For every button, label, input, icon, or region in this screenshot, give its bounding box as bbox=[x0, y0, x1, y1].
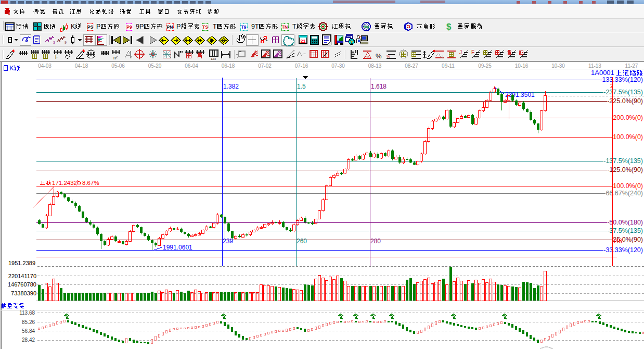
svg-text:260: 260 bbox=[297, 238, 307, 245]
svg-text:113.68: 113.68 bbox=[19, 310, 35, 316]
svg-text:-37.5%(135): -37.5%(135) bbox=[607, 227, 643, 234]
svg-text:$: $ bbox=[446, 22, 452, 32]
svg-text:2: 2 bbox=[610, 83, 613, 89]
svg-text:1A0001: 1A0001 bbox=[591, 69, 614, 77]
svg-text:-33.33%(120): -33.33%(120) bbox=[603, 246, 643, 254]
svg-text:Big: Big bbox=[364, 25, 369, 29]
svg-text:P9: P9 bbox=[126, 24, 132, 30]
svg-text:85.26: 85.26 bbox=[22, 319, 35, 325]
svg-text:07-16: 07-16 bbox=[295, 63, 308, 69]
svg-text:-200.0%(0): -200.0%(0) bbox=[611, 114, 643, 121]
svg-text:08-13: 08-13 bbox=[368, 63, 382, 69]
svg-text:%: % bbox=[376, 52, 382, 60]
svg-text:04-03: 04-03 bbox=[38, 63, 51, 69]
svg-text:J: J bbox=[459, 49, 462, 55]
svg-text:346: 346 bbox=[612, 238, 622, 245]
svg-text:-50.0%(180): -50.0%(180) bbox=[607, 219, 643, 226]
svg-text:10-30: 10-30 bbox=[551, 63, 565, 69]
svg-text:%: % bbox=[366, 55, 369, 59]
svg-text:K: K bbox=[9, 64, 14, 72]
svg-text:06-18: 06-18 bbox=[222, 63, 235, 69]
svg-text:56.84: 56.84 bbox=[22, 328, 35, 334]
svg-text:06-04: 06-04 bbox=[185, 63, 198, 69]
svg-text:73380390: 73380390 bbox=[11, 290, 36, 296]
svg-text:%: % bbox=[387, 54, 390, 59]
svg-text:-133.33%(120): -133.33%(120) bbox=[600, 76, 643, 83]
svg-text:239: 239 bbox=[223, 238, 233, 245]
svg-text:n²: n² bbox=[113, 55, 118, 60]
svg-text:1951.2389: 1951.2389 bbox=[8, 260, 35, 266]
svg-text:9: 9 bbox=[65, 41, 67, 44]
svg-text:-237.5%(135): -237.5%(135) bbox=[603, 89, 643, 96]
svg-text:T: T bbox=[213, 23, 217, 30]
svg-text:280: 280 bbox=[370, 238, 381, 245]
svg-text:1.618: 1.618 bbox=[371, 83, 387, 90]
svg-text:146760780: 146760780 bbox=[8, 281, 36, 288]
svg-text:07-30: 07-30 bbox=[331, 63, 345, 69]
svg-text:-100.0%(0): -100.0%(0) bbox=[611, 133, 643, 141]
svg-text:66.67%(240): 66.67%(240) bbox=[606, 190, 643, 197]
svg-text:F: F bbox=[471, 49, 474, 55]
svg-text:P: P bbox=[176, 23, 181, 30]
svg-text:1.5: 1.5 bbox=[297, 83, 306, 90]
svg-text:9T: 9T bbox=[251, 23, 259, 30]
svg-text:11-13: 11-13 bbox=[588, 63, 601, 69]
svg-text:11-27: 11-27 bbox=[625, 63, 638, 69]
svg-text:08-27: 08-27 bbox=[405, 63, 418, 69]
svg-text:10-16: 10-16 bbox=[515, 63, 529, 69]
svg-text:T9: T9 bbox=[241, 24, 247, 30]
svg-text:P: P bbox=[96, 23, 100, 30]
svg-text:PN: PN bbox=[167, 24, 173, 30]
svg-text:09-25: 09-25 bbox=[478, 63, 492, 69]
svg-text:3: 3 bbox=[53, 41, 55, 44]
svg-text:-100.0%(0): -100.0%(0) bbox=[611, 182, 643, 190]
svg-text:2391.3501: 2391.3501 bbox=[505, 91, 535, 98]
svg-text:1.382: 1.382 bbox=[223, 83, 239, 90]
svg-text:220141170: 220141170 bbox=[8, 273, 36, 279]
svg-text:-125.0%(90): -125.0%(90) bbox=[607, 166, 643, 173]
svg-text:28.42: 28.42 bbox=[22, 337, 35, 343]
svg-text:05-20: 05-20 bbox=[148, 63, 162, 69]
svg-text:05-06: 05-06 bbox=[111, 63, 125, 69]
svg-text:-137.5%(135): -137.5%(135) bbox=[603, 157, 643, 165]
svg-text:F: F bbox=[55, 54, 58, 60]
svg-text:-225.0%(90): -225.0%(90) bbox=[607, 97, 643, 105]
svg-text:8.67%: 8.67% bbox=[82, 180, 99, 186]
svg-text:T: T bbox=[292, 23, 297, 30]
svg-text:PS: PS bbox=[87, 24, 94, 30]
svg-text:K: K bbox=[71, 23, 75, 30]
svg-text:TN: TN bbox=[282, 24, 288, 30]
svg-text:TS: TS bbox=[202, 24, 208, 30]
svg-text:1991.0601: 1991.0601 bbox=[163, 244, 192, 251]
svg-text:04-18: 04-18 bbox=[75, 63, 88, 69]
svg-text:07-02: 07-02 bbox=[258, 63, 272, 69]
svg-text:21: 21 bbox=[300, 39, 305, 44]
svg-text:09-11: 09-11 bbox=[442, 63, 455, 69]
svg-text:123: 123 bbox=[211, 57, 216, 60]
svg-text:171.2432: 171.2432 bbox=[52, 180, 77, 186]
svg-text:9P: 9P bbox=[136, 23, 144, 30]
